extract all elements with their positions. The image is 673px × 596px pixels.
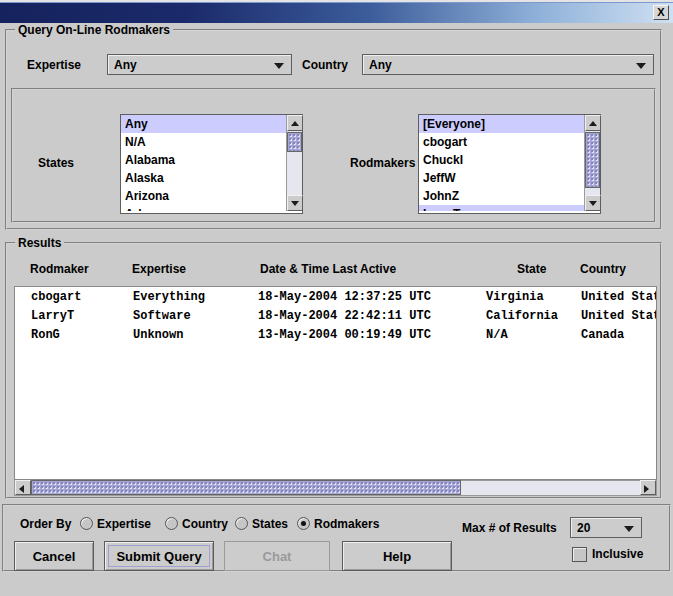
table-row[interactable]: RonGUnknown13-May-2004 00:19:49 UTCN/ACa… [15, 325, 656, 344]
inclusive-checkbox[interactable] [572, 547, 587, 562]
states-scrollbar-thumb[interactable] [287, 132, 302, 152]
help-button[interactable]: Help [342, 541, 452, 571]
states-list-item[interactable]: N/A [121, 133, 286, 151]
order-by-radio-country[interactable]: Country [165, 517, 228, 531]
expertise-combobox[interactable]: Any [107, 54, 292, 75]
max-results-label: Max # of Results [462, 521, 557, 535]
table-cell: N/A [486, 328, 508, 342]
query-rodmakers-dialog: X Query On-Line Rodmakers Expertise Any … [0, 0, 673, 596]
radio-label: States [252, 517, 288, 531]
states-list-item[interactable]: Arizona [121, 187, 286, 205]
table-cell: 18-May-2004 12:37:25 UTC [258, 290, 431, 304]
states-list-item[interactable]: Alabama [121, 151, 286, 169]
results-table-header: RodmakerExpertiseDate & Time Last Active… [14, 262, 657, 286]
query-group-title: Query On-Line Rodmakers [15, 23, 173, 37]
chevron-down-icon [624, 526, 634, 532]
max-results-combobox[interactable]: 20 [570, 517, 642, 538]
column-header: Rodmaker [30, 262, 89, 276]
rodmakers-list-item[interactable]: JohnZ [419, 187, 584, 205]
inclusive-label: Inclusive [592, 547, 643, 561]
column-header: Date & Time Last Active [260, 262, 396, 276]
scroll-down-icon[interactable] [585, 195, 601, 211]
table-cell: Virginia [486, 290, 544, 304]
expertise-combobox-value: Any [114, 58, 137, 72]
scroll-right-icon[interactable] [640, 480, 656, 495]
radio-icon [235, 517, 248, 530]
results-group-title: Results [15, 236, 64, 250]
rodmakers-list-item[interactable]: JeffW [419, 169, 584, 187]
rodmakers-scrollbar[interactable] [584, 115, 600, 211]
table-cell: cbogart [31, 290, 81, 304]
column-header: Expertise [132, 262, 186, 276]
column-header: State [517, 262, 546, 276]
rodmakers-listbox[interactable]: [Everyone]cbogartChuckIJeffWJohnZLarryT [418, 114, 601, 214]
states-list-item[interactable]: Alaska [121, 169, 286, 187]
scroll-down-icon[interactable] [287, 195, 303, 211]
radio-icon [80, 517, 93, 530]
order-by-radio-expertise[interactable]: Expertise [80, 517, 151, 531]
query-group: Query On-Line Rodmakers Expertise Any Co… [5, 29, 662, 230]
radio-label: Country [182, 517, 228, 531]
country-combobox[interactable]: Any [362, 54, 654, 75]
results-hscrollbar-thumb[interactable] [31, 480, 461, 495]
results-table[interactable]: cbogartEverything18-May-2004 12:37:25 UT… [14, 286, 657, 480]
table-row[interactable]: LarryTSoftware18-May-2004 22:42:11 UTCCa… [15, 306, 656, 325]
rodmakers-label: Rodmakers [350, 156, 415, 170]
table-cell: Unknown [133, 328, 183, 342]
scroll-up-icon[interactable] [287, 115, 303, 131]
rodmakers-list-item[interactable]: [Everyone] [419, 115, 584, 133]
title-bar[interactable]: X [0, 2, 673, 23]
rodmakers-scrollbar-thumb[interactable] [585, 132, 600, 188]
states-list-item[interactable]: Any [121, 115, 286, 133]
chevron-down-icon [274, 63, 284, 69]
states-scrollbar[interactable] [286, 115, 302, 211]
table-cell: United States [581, 309, 657, 323]
column-header: Country [580, 262, 626, 276]
order-by-radio-states[interactable]: States [235, 517, 288, 531]
order-by-label: Order By [20, 517, 71, 531]
states-label: States [38, 156, 74, 170]
table-cell: Software [133, 309, 191, 323]
chevron-down-icon [636, 63, 646, 69]
chat-button: Chat [224, 541, 330, 571]
footer-panel: Order By ExpertiseCountryStatesRodmakers… [2, 504, 671, 572]
rodmakers-list-item[interactable]: cbogart [419, 133, 584, 151]
radio-label: Expertise [97, 517, 151, 531]
submit-query-button[interactable]: Submit Query [104, 541, 214, 571]
results-hscrollbar[interactable] [14, 480, 657, 496]
table-cell: 18-May-2004 22:42:11 UTC [258, 309, 431, 323]
table-cell: Canada [581, 328, 624, 342]
radio-label: Rodmakers [314, 517, 379, 531]
radio-selected-icon [297, 517, 310, 530]
table-cell: Everything [133, 290, 205, 304]
radio-icon [165, 517, 178, 530]
table-cell: 13-May-2004 00:19:49 UTC [258, 328, 431, 342]
table-row[interactable]: cbogartEverything18-May-2004 12:37:25 UT… [15, 287, 656, 306]
lists-panel: States AnyN/AAlabamaAlaskaArizonaArkansa… [11, 88, 656, 223]
max-results-combobox-value: 20 [577, 521, 590, 535]
close-icon[interactable]: X [653, 5, 669, 20]
states-list-item[interactable]: Arkansas [121, 205, 286, 211]
scroll-left-icon[interactable] [15, 480, 31, 495]
country-label: Country [302, 58, 348, 72]
cancel-button[interactable]: Cancel [14, 541, 94, 571]
table-cell: RonG [31, 328, 60, 342]
expertise-label: Expertise [27, 58, 81, 72]
table-cell: California [486, 309, 558, 323]
rodmakers-list-item[interactable]: LarryT [419, 205, 584, 211]
table-cell: United States [581, 290, 657, 304]
order-by-radio-rodmakers[interactable]: Rodmakers [297, 517, 379, 531]
scroll-up-icon[interactable] [585, 115, 601, 131]
states-listbox[interactable]: AnyN/AAlabamaAlaskaArizonaArkansas [120, 114, 303, 214]
country-combobox-value: Any [369, 58, 392, 72]
results-group: Results RodmakerExpertiseDate & Time Las… [5, 242, 662, 499]
rodmakers-list-item[interactable]: ChuckI [419, 151, 584, 169]
table-cell: LarryT [31, 309, 74, 323]
